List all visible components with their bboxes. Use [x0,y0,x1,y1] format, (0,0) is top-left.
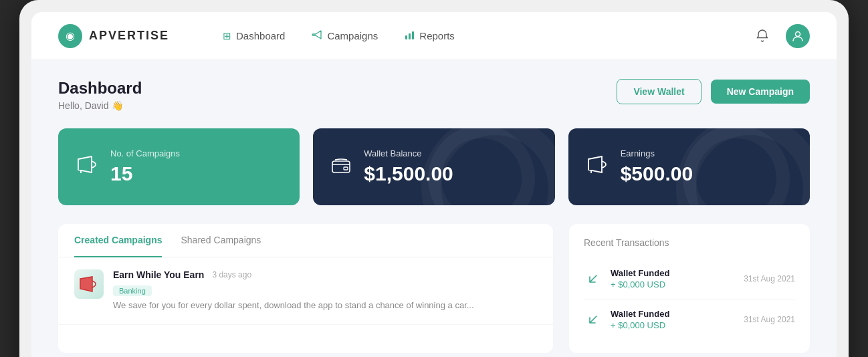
nav-links: ⊞ Dashboard Campaigns [223,26,751,46]
dashboard-icon: ⊞ [223,30,231,42]
tx-icon-1 [584,269,603,288]
svg-rect-1 [409,33,411,39]
campaign-time: 3 days ago [212,270,251,279]
campaigns-icon [312,30,322,41]
new-campaign-button[interactable]: New Campaign [711,80,810,104]
nav-link-campaigns[interactable]: Campaigns [312,26,378,45]
campaign-desc: We save for you for every dollar spent, … [113,299,537,312]
stat-card-campaigns: No. of Campaigns 15 [58,128,300,205]
campaign-name: Earn While You Earn [113,269,204,280]
stat-info-campaigns: No. of Campaigns 15 [110,148,180,185]
brand-name: APVERTISE [89,29,169,43]
campaigns-stat-label: No. of Campaigns [110,148,180,158]
earnings-stat-value: $500.00 [621,162,693,185]
transactions-panel: Recent Transactions Wallet Funded + $0,0… [569,224,810,353]
tab-created-campaigns[interactable]: Created Campaigns [74,224,162,257]
page-title: Dashboard [58,79,142,98]
lower-section: Created Campaigns Shared Campaigns [58,224,810,353]
nav-link-reports[interactable]: Reports [405,26,455,46]
logo-icon: ◉ [58,24,82,48]
reports-icon [405,30,415,42]
svg-marker-8 [80,277,92,291]
tx-label-1: Wallet Funded [611,268,736,278]
screen: ◉ APVERTISE ⊞ Dashboard Campaigns [31,12,837,357]
nav-label-reports: Reports [419,30,455,41]
page-subtitle: Hello, David 👋 [58,100,142,111]
campaigns-panel: Created Campaigns Shared Campaigns [58,224,553,353]
main-content: Dashboard Hello, David 👋 View Wallet New… [31,60,837,357]
stat-card-wallet: Wallet Balance $1,500.00 [313,128,554,205]
transaction-item-1: Wallet Funded + $0,000 USD 31st Aug 2021 [584,259,795,300]
tx-icon-2 [584,310,603,329]
view-wallet-button[interactable]: View Wallet [617,79,701,104]
transactions-panel-title: Recent Transactions [584,237,795,248]
svg-marker-7 [588,156,602,172]
stat-card-earnings: Earnings $500.00 [568,128,810,205]
tx-info-1: Wallet Funded + $0,000 USD [611,268,736,289]
campaign-item: Earn While You Earn 3 days ago Banking W… [58,257,553,325]
tab-shared-campaigns[interactable]: Shared Campaigns [181,224,261,257]
campaign-thumb [74,269,104,299]
svg-rect-2 [412,31,414,39]
tx-info-2: Wallet Funded + $0,000 USD [611,309,736,330]
nav-actions [751,24,810,48]
svg-marker-4 [78,156,92,172]
stat-cards: No. of Campaigns 15 Wallet B [58,128,810,205]
tx-date-1: 31st Aug 2021 [744,274,795,283]
page-header: Dashboard Hello, David 👋 View Wallet New… [58,79,810,111]
tx-date-2: 31st Aug 2021 [744,315,795,324]
campaigns-stat-value: 15 [110,162,180,185]
nav-link-dashboard[interactable]: ⊞ Dashboard [223,26,285,46]
svg-rect-0 [405,35,407,39]
campaign-badge: Banking [113,285,152,296]
user-avatar-button[interactable] [786,24,810,48]
subtitle-text: Hello, David [58,100,108,111]
wallet-stat-value: $1,500.00 [364,162,453,185]
campaign-details: Earn While You Earn 3 days ago Banking W… [113,269,537,312]
page-actions: View Wallet New Campaign [617,79,810,104]
svg-point-3 [796,31,800,36]
svg-rect-6 [344,167,348,170]
logo-area: ◉ APVERTISE [58,24,169,48]
wallet-stat-label: Wallet Balance [364,148,453,158]
tx-label-2: Wallet Funded [611,309,736,319]
transaction-item-2: Wallet Funded + $0,000 USD 31st Aug 2021 [584,300,795,340]
nav-label-campaigns: Campaigns [327,30,378,41]
earnings-stat-icon [587,156,607,178]
greeting-emoji: 👋 [112,100,123,111]
stat-info-wallet: Wallet Balance $1,500.00 [364,148,453,185]
nav-label-dashboard: Dashboard [236,30,285,41]
campaigns-stat-icon [77,156,97,178]
wallet-stat-icon [332,156,350,178]
page-title-area: Dashboard Hello, David 👋 [58,79,142,111]
device-frame: ◉ APVERTISE ⊞ Dashboard Campaigns [19,0,849,357]
tx-amount-2: + $0,000 USD [611,320,736,330]
notifications-button[interactable] [751,25,774,47]
tx-amount-1: + $0,000 USD [611,279,736,289]
navbar: ◉ APVERTISE ⊞ Dashboard Campaigns [31,12,837,60]
stat-info-earnings: Earnings $500.00 [621,148,693,185]
tab-bar: Created Campaigns Shared Campaigns [58,224,553,257]
earnings-stat-label: Earnings [621,148,693,158]
campaign-title-row: Earn While You Earn 3 days ago [113,269,537,280]
